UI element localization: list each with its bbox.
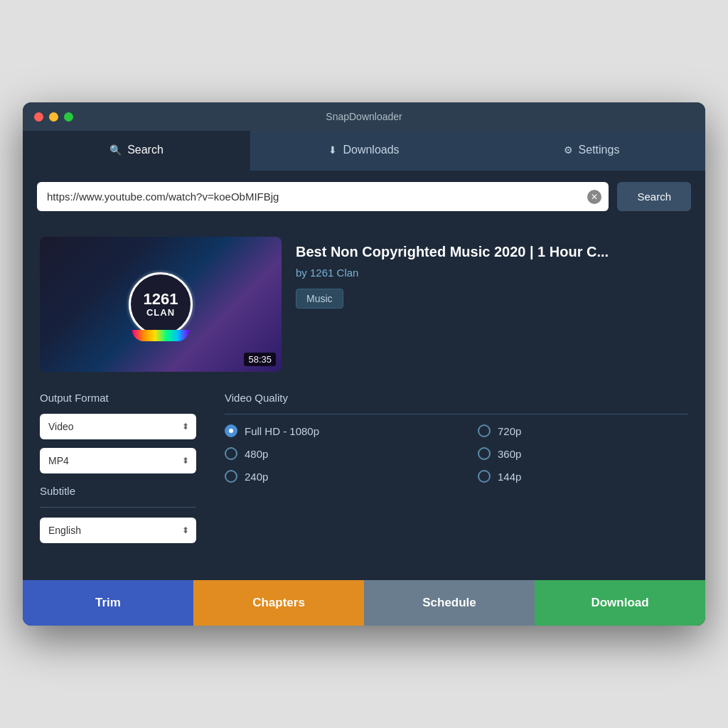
app-title: SnapDownloader [326,111,402,122]
traffic-lights [34,112,73,122]
quality-144p[interactable]: 144p [478,470,688,483]
options-section: Output Format Video Audio Audio Only ⬍ M… [40,392,688,552]
chapters-button[interactable]: Chapters [193,580,364,626]
video-author: by 1261 Clan [296,267,688,279]
downloads-tab-icon: ⬇ [328,144,337,156]
output-format-label: Output Format [40,392,196,404]
quality-360p-label: 360p [498,448,521,460]
tab-downloads[interactable]: ⬇ Downloads [250,131,478,171]
minimize-button[interactable] [49,112,58,122]
logo-rainbow [132,330,189,341]
schedule-button[interactable]: Schedule [364,580,535,626]
container-select[interactable]: MP4 MKV AVI MOV [40,448,196,473]
video-details: Best Non Copyrighted Music 2020 | 1 Hour… [296,237,688,372]
left-options: Output Format Video Audio Audio Only ⬍ M… [40,392,196,552]
maximize-button[interactable] [64,112,73,122]
search-bar: ✕ Search [23,171,705,223]
search-tab-icon: 🔍 [109,144,122,156]
app-window: SnapDownloader 🔍 Search ⬇ Downloads ⚙ Se… [23,102,705,626]
main-content: 1261 CLAN 58:35 Best Non Copyrighted Mus… [23,223,705,566]
video-tag: Music [296,289,343,309]
quality-480p-label: 480p [245,448,268,460]
logo-clan: CLAN [146,307,175,318]
quality-divider [225,414,688,414]
logo-inner: 1261 CLAN [129,272,193,336]
radio-1080p[interactable] [225,424,237,437]
quality-720p[interactable]: 720p [478,424,688,437]
quality-1080p[interactable]: Full HD - 1080p [225,424,435,437]
url-input-wrapper: ✕ [37,182,609,211]
right-options: Video Quality Full HD - 1080p 720p 480p [225,392,688,552]
tab-settings-label: Settings [579,144,620,156]
quality-144p-label: 144p [498,471,521,483]
close-button[interactable] [34,112,43,122]
subtitle-label: Subtitle [40,485,196,497]
radio-360p[interactable] [478,447,491,460]
subtitle-select-wrapper: English None Spanish French ⬍ [40,518,196,543]
url-clear-button[interactable]: ✕ [587,190,601,204]
radio-720p[interactable] [478,424,491,437]
format-select[interactable]: Video Audio Audio Only [40,414,196,439]
quality-480p[interactable]: 480p [225,447,435,460]
quality-1080p-label: Full HD - 1080p [245,425,319,437]
radio-144p[interactable] [478,470,491,483]
trim-button[interactable]: Trim [23,580,193,626]
search-button[interactable]: Search [617,182,691,211]
quality-720p-label: 720p [498,425,521,437]
video-duration: 58:35 [244,353,276,366]
titlebar: SnapDownloader [23,102,705,131]
download-button[interactable]: Download [535,580,705,626]
thumbnail-logo: 1261 CLAN [125,269,196,340]
quality-240p-label: 240p [245,471,268,483]
tab-search[interactable]: 🔍 Search [23,131,250,171]
quality-240p[interactable]: 240p [225,470,435,483]
video-quality-label: Video Quality [225,392,688,404]
logo-1261: 1261 [144,291,178,307]
video-thumbnail: 1261 CLAN 58:35 [40,237,282,372]
subtitle-select[interactable]: English None Spanish French [40,518,196,543]
tab-settings[interactable]: ⚙ Settings [478,131,705,171]
subtitle-divider [40,507,196,508]
video-info: 1261 CLAN 58:35 Best Non Copyrighted Mus… [40,237,688,372]
quality-grid: Full HD - 1080p 720p 480p 360p [225,424,688,483]
radio-480p[interactable] [225,447,237,460]
tab-downloads-label: Downloads [343,144,399,156]
settings-tab-icon: ⚙ [564,144,573,156]
video-title: Best Non Copyrighted Music 2020 | 1 Hour… [296,242,688,261]
container-select-wrapper: MP4 MKV AVI MOV ⬍ [40,448,196,473]
tab-bar: 🔍 Search ⬇ Downloads ⚙ Settings [23,131,705,171]
bottom-bar: Trim Chapters Schedule Download [23,580,705,626]
quality-360p[interactable]: 360p [478,447,688,460]
radio-240p[interactable] [225,470,237,483]
format-select-wrapper: Video Audio Audio Only ⬍ [40,414,196,439]
url-input[interactable] [37,182,609,211]
tab-search-label: Search [127,144,164,156]
